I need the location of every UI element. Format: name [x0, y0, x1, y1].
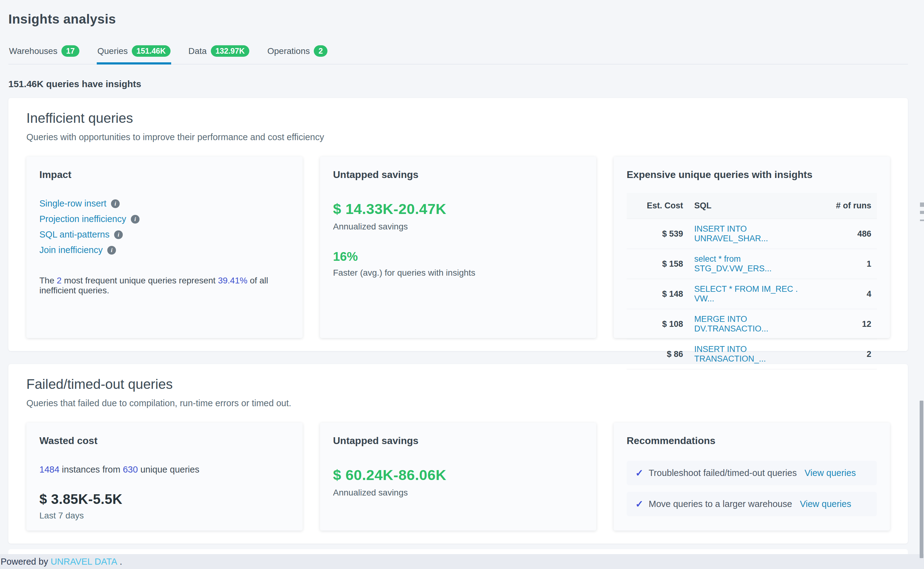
powered-by-label: Powered by	[1, 557, 48, 567]
info-icon[interactable]: i	[131, 215, 140, 224]
tab-label: Warehouses	[9, 46, 57, 56]
tab-count-badge: 2	[314, 45, 327, 57]
section-title: Failed/timed-out queries	[26, 376, 890, 392]
recommendation-text: Troubleshoot failed/timed-out queries	[649, 468, 797, 478]
est-cost-value: $ 86	[627, 339, 688, 369]
expensive-queries-table: Est. Cost SQL # of runs $ 539 INSERT INT…	[627, 193, 877, 369]
runs-value: 4	[805, 279, 877, 309]
footer: Powered by UNRAVEL DATA .	[0, 554, 924, 569]
est-cost-value: $ 108	[627, 309, 688, 339]
section-subtitle: Queries that failed due to compilation, …	[26, 398, 890, 408]
untapped-savings-card-failed: Untapped savings $ 60.24K-86.06K Annuali…	[320, 423, 596, 531]
section-subtitle: Queries with opportunities to improve th…	[26, 132, 890, 142]
failed-queries-section: Failed/timed-out queries Queries that fa…	[8, 364, 908, 543]
unique-queries-count-link[interactable]: 630	[123, 464, 138, 475]
runs-value: 2	[805, 339, 877, 369]
tab-warehouses[interactable]: Warehouses 17	[8, 45, 80, 64]
tab-data[interactable]: Data 132.97K	[188, 45, 250, 64]
est-cost-value: $ 148	[627, 279, 688, 309]
card-title: Recommendations	[627, 435, 877, 447]
sql-query-link[interactable]: INSERT INTO TRANSACTION_...	[688, 339, 805, 369]
checkmark-icon: ✓	[635, 468, 643, 478]
scrollbar-mark	[920, 211, 924, 214]
info-icon[interactable]: i	[111, 199, 120, 208]
annualized-savings-amount: $ 60.24K-86.06K	[333, 466, 583, 484]
list-item: Single-row insert i	[40, 198, 290, 209]
wasted-cost-period: Last 7 days	[40, 511, 290, 520]
card-title: Untapped savings	[333, 435, 583, 447]
summary-heading: 151.46K queries have insights	[8, 79, 908, 89]
tab-label: Data	[188, 46, 207, 56]
list-item: SQL anti-patterns i	[40, 230, 290, 240]
runs-value: 486	[805, 219, 877, 249]
list-item: ✓ Troubleshoot failed/timed-out queries …	[627, 461, 877, 485]
frequent-query-count: 2	[57, 276, 62, 285]
card-title: Expensive unique queries with insights	[627, 169, 877, 181]
recommendation-list: ✓ Troubleshoot failed/timed-out queries …	[627, 461, 877, 516]
faster-percentage: 16%	[333, 250, 583, 263]
table-header-row: Est. Cost SQL # of runs	[627, 193, 877, 219]
table-row: $ 158 select * from STG_DV.VW_ERS... 1	[627, 249, 877, 279]
next-section-card-top	[8, 549, 908, 554]
tab-label: Queries	[97, 46, 128, 56]
faster-percentage-label: Faster (avg.) for queries with insights	[333, 268, 583, 278]
list-item: Join inefficiency i	[40, 245, 290, 255]
sql-query-link[interactable]: INSERT INTO UNRAVEL_SHAR...	[688, 219, 805, 249]
column-header-est-cost: Est. Cost	[627, 193, 688, 219]
inefficient-queries-section: Inefficient queries Queries with opportu…	[8, 98, 908, 351]
section-title: Inefficient queries	[26, 110, 890, 126]
sql-anti-patterns-link[interactable]: SQL anti-patterns	[40, 230, 109, 240]
info-icon[interactable]: i	[114, 230, 123, 239]
wasted-cost-amount: $ 3.85K-5.5K	[40, 491, 290, 507]
tab-operations[interactable]: Operations 2	[267, 45, 328, 64]
untapped-savings-card: Untapped savings $ 14.33K-20.47K Annuali…	[320, 157, 596, 338]
est-cost-value: $ 539	[627, 219, 688, 249]
view-queries-link[interactable]: View queries	[800, 499, 851, 509]
footer-period: .	[120, 557, 122, 567]
unravel-data-link[interactable]: UNRAVEL DATA	[50, 557, 117, 567]
impact-summary-sentence: The 2 most frequent unique queries repre…	[40, 276, 290, 295]
recommendation-text: Move queries to a larger warehouse	[649, 499, 792, 509]
scrollbar-mark	[920, 202, 924, 207]
scrollbar-mark	[920, 219, 924, 221]
tab-count-badge: 151.46K	[132, 45, 170, 57]
card-title: Impact	[40, 169, 290, 181]
main-content: Insights analysis Warehouses 17 Queries …	[0, 0, 924, 543]
page-title: Insights analysis	[8, 12, 908, 27]
runs-value: 12	[805, 309, 877, 339]
tab-bar: Warehouses 17 Queries 151.46K Data 132.9…	[8, 45, 908, 64]
tab-count-badge: 17	[61, 45, 79, 57]
wasted-cost-card: Wasted cost 1484 instances from 630 uniq…	[26, 423, 302, 531]
table-row: $ 86 INSERT INTO TRANSACTION_... 2	[627, 339, 877, 369]
inefficient-percentage: 39.41%	[218, 276, 248, 285]
table-row: $ 108 MERGE INTO DV.TRANSACTIO... 12	[627, 309, 877, 339]
projection-inefficiency-link[interactable]: Projection inefficiency	[40, 214, 126, 224]
tab-label: Operations	[267, 46, 310, 56]
sql-query-link[interactable]: SELECT * FROM IM_REC . VW...	[688, 279, 805, 309]
annualized-savings-label: Annualized savings	[333, 222, 583, 232]
wasted-cost-sentence: 1484 instances from 630 unique queries	[40, 464, 290, 475]
table-row: $ 148 SELECT * FROM IM_REC . VW... 4	[627, 279, 877, 309]
impact-card: Impact Single-row insert i Projection in…	[26, 157, 302, 338]
view-queries-link[interactable]: View queries	[805, 468, 856, 478]
sql-query-link[interactable]: select * from STG_DV.VW_ERS...	[688, 249, 805, 279]
annualized-savings-label: Annualized savings	[333, 488, 583, 497]
runs-value: 1	[805, 249, 877, 279]
annualized-savings-amount: $ 14.33K-20.47K	[333, 200, 583, 218]
info-icon[interactable]: i	[107, 246, 116, 254]
tab-count-badge: 132.97K	[211, 45, 249, 57]
est-cost-value: $ 158	[627, 249, 688, 279]
single-row-insert-link[interactable]: Single-row insert	[40, 198, 106, 209]
sql-query-link[interactable]: MERGE INTO DV.TRANSACTIO...	[688, 309, 805, 339]
card-title: Untapped savings	[333, 169, 583, 181]
impact-link-list: Single-row insert i Projection inefficie…	[40, 198, 290, 255]
checkmark-icon: ✓	[635, 499, 643, 509]
instances-count-link[interactable]: 1484	[40, 464, 59, 475]
recommendations-card: Recommendations ✓ Troubleshoot failed/ti…	[614, 423, 890, 531]
scrollbar-thumb[interactable]	[919, 401, 923, 558]
column-header-runs: # of runs	[805, 193, 877, 219]
list-item: Projection inefficiency i	[40, 214, 290, 224]
table-row: $ 539 INSERT INTO UNRAVEL_SHAR... 486	[627, 219, 877, 249]
join-inefficiency-link[interactable]: Join inefficiency	[40, 245, 103, 255]
tab-queries[interactable]: Queries 151.46K	[97, 45, 171, 64]
